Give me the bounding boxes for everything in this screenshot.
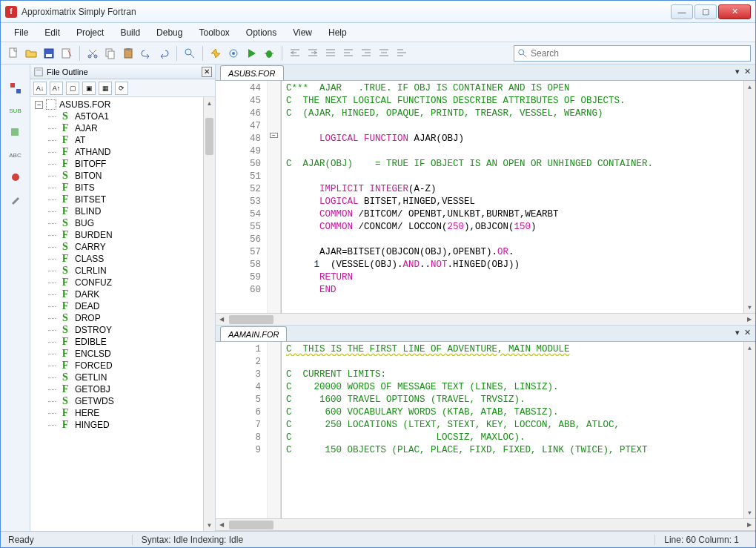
search-box[interactable] [514, 45, 751, 62]
outline-filter-button[interactable]: ▦ [99, 82, 112, 95]
menu-view[interactable]: View [285, 25, 319, 40]
close-button[interactable]: ✕ [718, 4, 751, 19]
tree-item[interactable]: SGETWDS [30, 395, 215, 407]
indent-right-button[interactable] [305, 45, 321, 62]
menu-build[interactable]: Build [113, 25, 147, 40]
menu-file[interactable]: File [7, 25, 36, 40]
rail-abc-icon[interactable]: ABC [8, 148, 23, 162]
format-2-button[interactable] [340, 45, 357, 62]
editor-vscroll[interactable]: ▲▼ [743, 81, 755, 313]
tree-item-label: HINGED [75, 420, 110, 430]
save-all-button[interactable] [59, 45, 75, 62]
copy-button[interactable] [102, 45, 119, 62]
indent-left-button[interactable] [287, 45, 303, 62]
find-button[interactable] [182, 45, 198, 62]
tree-item[interactable]: FDEAD [30, 300, 215, 312]
menu-debug[interactable]: Debug [149, 25, 190, 40]
tab-aamain[interactable]: AAMAIN.FOR [220, 326, 287, 341]
tree-item[interactable]: SBITON [30, 170, 215, 182]
outline-sort-az-button[interactable]: A↓ [33, 82, 47, 95]
maximize-button[interactable]: ▢ [694, 4, 717, 19]
tab-asubs[interactable]: ASUBS.FOR [220, 65, 284, 80]
minimize-button[interactable]: — [671, 4, 693, 19]
outline-close-button[interactable]: ✕ [202, 67, 212, 77]
rail-pencil-icon[interactable] [8, 192, 23, 207]
outline-tree[interactable]: − ASUBS.FOR SA5TOA1FAJARFATFATHANDFBITOF… [30, 97, 215, 531]
editor-hscroll[interactable]: ◀▶ [216, 313, 755, 325]
tree-item[interactable]: FCONFUZ [30, 277, 215, 288]
cut-button[interactable] [84, 45, 101, 62]
menubar: FileEditProjectBuildDebugToolboxOptionsV… [1, 23, 755, 42]
fold-column[interactable]: − [268, 81, 281, 313]
redo-button[interactable] [156, 45, 172, 62]
tree-item[interactable]: SCLRLIN [30, 265, 215, 277]
tree-item[interactable]: SGETLIN [30, 372, 215, 383]
format-5-button[interactable] [394, 45, 410, 62]
function-icon: F [60, 182, 70, 193]
tree-item[interactable]: FHINGED [30, 419, 215, 431]
rail-modules-icon[interactable] [8, 81, 23, 96]
tree-item[interactable]: FFORCED [30, 360, 215, 372]
tree-item[interactable]: SBUG [30, 217, 215, 229]
outline-scrollbar[interactable]: ▲▼ [203, 97, 215, 531]
format-3-button[interactable] [358, 45, 374, 62]
run-button[interactable] [243, 45, 259, 62]
tree-item[interactable]: FCLASS [30, 253, 215, 265]
menu-edit[interactable]: Edit [37, 25, 67, 40]
tree-collapse-icon[interactable]: − [35, 101, 43, 109]
build-button[interactable] [225, 45, 242, 62]
menu-toolbox[interactable]: Toolbox [191, 25, 236, 40]
tree-item[interactable]: FDARK [30, 288, 215, 300]
rail-puzzle-icon[interactable] [8, 125, 23, 140]
tree-item[interactable]: SA5TOA1 [30, 110, 215, 122]
svg-rect-21 [16, 89, 21, 93]
tree-item[interactable]: SDSTROY [30, 324, 215, 336]
tree-item[interactable]: FENCLSD [30, 348, 215, 360]
outline-collapse-button[interactable]: ▣ [82, 82, 96, 95]
open-button[interactable] [23, 45, 39, 62]
tree-item[interactable]: FBLIND [30, 205, 215, 217]
rail-sub-icon[interactable]: SUB [8, 103, 23, 118]
tree-item[interactable]: FEDIBLE [30, 336, 215, 348]
code-text[interactable]: C THIS IS THE FIRST LINE OF ADVENTURE, M… [281, 342, 743, 518]
tree-item[interactable]: FBITSET [30, 194, 215, 205]
tab-dropdown-icon[interactable]: ▾ [735, 328, 740, 337]
tree-item[interactable]: FHERE [30, 407, 215, 419]
code-editor-bottom[interactable]: 123456789 C THIS IS THE FIRST LINE OF AD… [216, 342, 755, 518]
format-4-button[interactable] [376, 45, 392, 62]
undo-button[interactable] [138, 45, 154, 62]
debug-button[interactable] [261, 45, 277, 62]
rail-breakpoint-icon[interactable] [8, 170, 23, 185]
clean-button[interactable] [208, 45, 224, 62]
tree-root[interactable]: − ASUBS.FOR [30, 99, 215, 110]
tree-item[interactable]: FBITOFF [30, 158, 215, 170]
new-file-button[interactable] [5, 45, 21, 62]
fold-column[interactable] [268, 342, 281, 518]
editor-hscroll[interactable]: ◀▶ [216, 518, 755, 530]
tab-close-icon[interactable]: ✕ [744, 328, 751, 337]
paste-button[interactable] [120, 45, 136, 62]
tree-item[interactable]: FAJAR [30, 122, 215, 134]
editor-vscroll[interactable]: ▲▼ [743, 342, 755, 518]
tree-item[interactable]: FATHAND [30, 146, 215, 158]
search-input[interactable] [528, 48, 747, 59]
outline-refresh-button[interactable]: ⟳ [115, 82, 128, 95]
menu-options[interactable]: Options [239, 25, 284, 40]
code-editor-top[interactable]: 4445464748495051525354555657585960 − C**… [216, 81, 755, 313]
format-1-button[interactable] [322, 45, 339, 62]
outline-expand-button[interactable]: ▢ [66, 82, 79, 95]
menu-project[interactable]: Project [69, 25, 111, 40]
tab-close-icon[interactable]: ✕ [744, 67, 751, 76]
tree-item[interactable]: SCARRY [30, 241, 215, 253]
tab-dropdown-icon[interactable]: ▾ [735, 67, 740, 76]
menu-help[interactable]: Help [321, 25, 354, 40]
tree-item[interactable]: FBURDEN [30, 229, 215, 241]
code-text[interactable]: C*** AJAR .TRUE. IF OBJ IS CONTAINER AND… [281, 81, 743, 313]
outline-sort-za-button[interactable]: A↑ [50, 82, 63, 95]
status-ready: Ready [8, 535, 43, 545]
tree-item[interactable]: FGETOBJ [30, 383, 215, 395]
tree-item[interactable]: SDROP [30, 312, 215, 324]
save-button[interactable] [41, 45, 57, 62]
tree-item[interactable]: FAT [30, 134, 215, 146]
tree-item[interactable]: FBITS [30, 182, 215, 194]
